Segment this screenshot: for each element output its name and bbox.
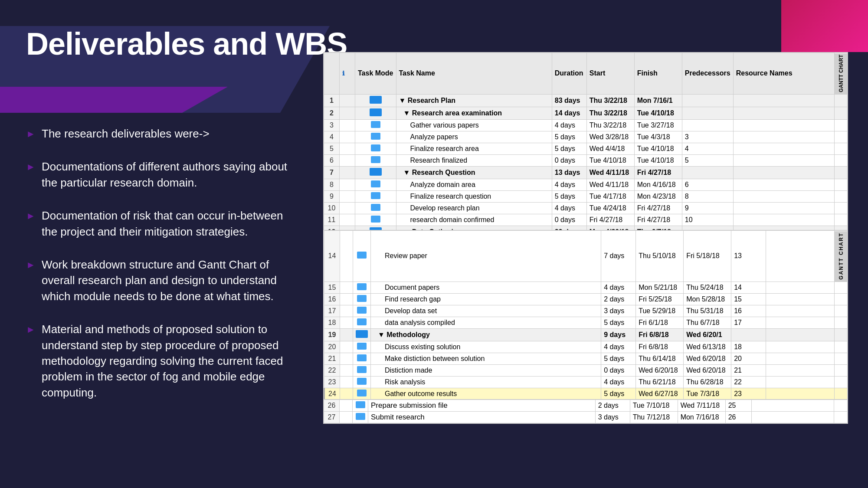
row-number: 4 (324, 131, 340, 143)
row-number: 11 (324, 214, 340, 226)
finish-cell: Thu 6/28/18 (684, 376, 731, 388)
finish-cell: Tue 4/10/18 (634, 154, 682, 166)
gantt-bar-cell (835, 214, 848, 226)
finish-cell: Thu 5/31/18 (684, 305, 731, 317)
col-info: ℹ (340, 53, 355, 95)
task-mode-icon (355, 107, 396, 119)
row-number: 26 (324, 400, 340, 412)
task-mode-icon (355, 190, 396, 202)
table-row: 11 research domain confirmed 0 days Fri … (324, 214, 848, 226)
row-number: 3 (324, 119, 340, 131)
resource-cell (733, 94, 834, 107)
bar-icon (357, 390, 367, 396)
task-icon (340, 119, 355, 131)
finish-cell: Mon 7/16/1 (634, 94, 682, 107)
task-icon (340, 166, 355, 179)
gantt-bar-cell (835, 94, 848, 107)
bar-icon (371, 156, 380, 163)
start-cell: Thu 7/12/18 (630, 412, 678, 423)
duration-cell: 5 days (552, 190, 586, 202)
task-name-cell: Gather outcome results (371, 388, 601, 400)
task-icon (340, 282, 353, 293)
pred-cell (682, 119, 733, 131)
task-name-cell: Analyze domain area (396, 179, 552, 190)
resource-cell (751, 412, 834, 423)
finish-cell: Wed 6/13/18 (684, 341, 731, 353)
start-cell: Tue 4/17/18 (586, 190, 634, 202)
task-name-cell: Analyze papers (396, 131, 552, 143)
task-name-cell: Document papers (371, 282, 601, 293)
finish-cell: Thu 5/24/18 (684, 282, 731, 293)
duration-cell: 3 days (595, 412, 630, 423)
finish-cell: Mon 4/16/18 (634, 179, 682, 190)
table-row: 21 Make distiction between solution 5 da… (324, 353, 848, 364)
task-icon (340, 364, 353, 376)
bullet-arrow-icon: ► (26, 259, 35, 272)
task-icon (340, 94, 355, 107)
finish-cell: Fri 5/18/18 (684, 231, 731, 282)
start-cell: Fri 6/8/18 (636, 328, 684, 341)
list-item: ► The research deliverables were-> (26, 126, 295, 141)
resource-cell (766, 282, 835, 293)
task-name-cell: Develop research plan (396, 202, 552, 214)
resource-cell (733, 190, 834, 202)
resource-cell (766, 293, 835, 305)
bar-icon (357, 252, 367, 259)
bar-icon (357, 366, 367, 373)
finish-cell: Mon 4/23/18 (634, 190, 682, 202)
resource-cell (766, 317, 835, 328)
bar-icon (357, 307, 367, 314)
table-row: 10 Develop research plan 4 days Tue 4/24… (324, 202, 848, 214)
table-row: 27 Submit research 3 days Thu 7/12/18 Mo… (324, 412, 848, 423)
task-mode-icon (355, 154, 396, 166)
task-icon (340, 388, 353, 400)
task-mode-icon (353, 400, 368, 412)
col-mode: Task Mode (355, 53, 396, 95)
start-cell: Fri 4/27/18 (586, 214, 634, 226)
duration-cell: 2 days (595, 400, 630, 412)
start-cell: Tue 7/10/18 (630, 400, 678, 412)
start-cell: Thu 3/22/18 (586, 119, 634, 131)
resource-cell (733, 131, 834, 143)
pred-cell (682, 94, 733, 107)
row-number: 23 (324, 376, 340, 388)
bar-icon (371, 144, 380, 151)
task-mode-icon (353, 317, 371, 328)
duration-cell: 83 days (552, 94, 586, 107)
start-cell: Tue 5/29/18 (636, 305, 684, 317)
row-number: 15 (324, 282, 340, 293)
table-row: 19 ▼ Methodology 9 days Fri 6/8/18 Wed 6… (324, 328, 848, 341)
finish-cell: Mon 7/16/18 (678, 412, 725, 423)
gantt-bar-cell (835, 190, 848, 202)
row-number: 19 (324, 328, 340, 341)
pred-cell: 15 (731, 293, 766, 305)
task-mode-icon (353, 412, 368, 423)
row-number: 20 (324, 341, 340, 353)
gantt-bar-cell (835, 328, 848, 341)
duration-cell: 4 days (552, 179, 586, 190)
task-icon (340, 328, 353, 341)
pred-cell: 6 (682, 179, 733, 190)
row-number: 1 (324, 94, 340, 107)
pred-cell: 23 (731, 388, 766, 400)
pred-cell: 9 (682, 202, 733, 214)
task-name-cell: Prepare submission file (368, 400, 596, 412)
table-row: 2 ▼ Research area examination 14 days Th… (324, 107, 848, 119)
bullet-arrow-icon: ► (26, 160, 35, 174)
start-cell: Thu 3/22/18 (586, 94, 634, 107)
row-number: 16 (324, 293, 340, 305)
table-row: 1 ▼ Research Plan 83 days Thu 3/22/18 Mo… (324, 94, 848, 107)
finish-cell: Tue 4/10/18 (634, 143, 682, 154)
resource-cell (733, 119, 834, 131)
row-number: 17 (324, 305, 340, 317)
task-icon (340, 214, 355, 226)
bullet-text-2: Documentations of different authors sayi… (42, 159, 295, 190)
resource-cell (733, 202, 834, 214)
task-icon (340, 341, 353, 353)
bar-icon (370, 96, 382, 104)
gantt-bar-cell (835, 119, 848, 131)
resource-cell (766, 305, 835, 317)
start-cell: Thu 6/21/18 (636, 376, 684, 388)
table-row: 18 data analysis compiled 5 days Fri 6/1… (324, 317, 848, 328)
resource-cell (766, 328, 835, 341)
